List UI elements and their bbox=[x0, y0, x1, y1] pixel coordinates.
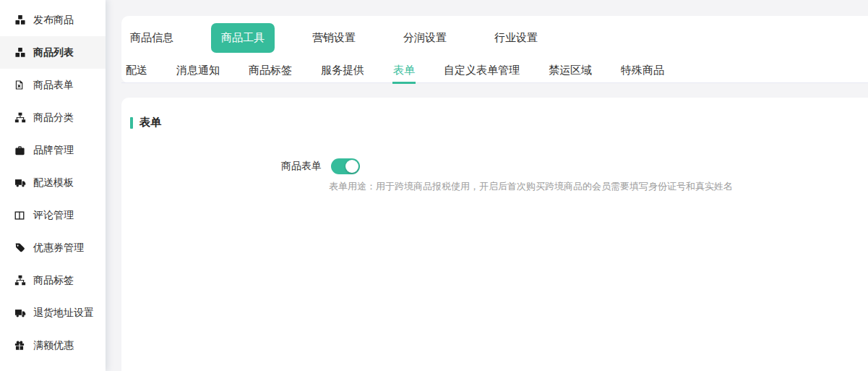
primary-tab-label: 商品信息 bbox=[130, 31, 173, 43]
file-excel-icon bbox=[14, 80, 27, 91]
sidebar-item-coupon-management[interactable]: 优惠券管理 bbox=[0, 231, 106, 264]
secondary-tab-service-provide[interactable]: 服务提供 bbox=[320, 59, 365, 84]
sidebar-item-brand-management[interactable]: 品牌管理 bbox=[0, 134, 106, 166]
section-title: 表单 bbox=[139, 116, 161, 129]
truck-icon bbox=[14, 177, 27, 189]
sidebar-item-label: 优惠券管理 bbox=[33, 242, 84, 255]
gift-icon bbox=[14, 340, 27, 351]
primary-tab-label: 商品工具 bbox=[221, 31, 265, 43]
product-form-row: 商品表单 bbox=[121, 158, 868, 174]
secondary-tab-label: 配送 bbox=[126, 64, 147, 76]
sidebar-item-publish-product[interactable]: 发布商品 bbox=[0, 4, 106, 36]
sidebar-item-label: 退货地址设置 bbox=[33, 307, 94, 320]
primary-tab-product-info[interactable]: 商品信息 bbox=[130, 31, 173, 45]
sidebar-item-label: 商品分类 bbox=[33, 111, 74, 124]
cubes-icon bbox=[14, 47, 27, 59]
sidebar: 发布商品 商品列表 商品表单 商品分类 品牌管理 配送模板 评论管理 优惠券管理… bbox=[0, 0, 106, 371]
secondary-tab-delivery[interactable]: 配送 bbox=[125, 59, 148, 84]
primary-tab-bar: 商品信息 商品工具 营销设置 分润设置 行业设置 bbox=[121, 16, 868, 59]
sidebar-item-label: 商品表单 bbox=[33, 79, 74, 92]
sidebar-item-full-discount[interactable]: 满额优惠 bbox=[0, 329, 106, 362]
secondary-tab-special-goods[interactable]: 特殊商品 bbox=[620, 59, 665, 84]
secondary-tab-label: 服务提供 bbox=[321, 64, 364, 76]
sidebar-item-shipping-template[interactable]: 配送模板 bbox=[0, 166, 106, 199]
toggle-knob bbox=[345, 160, 358, 173]
sidebar-item-return-address[interactable]: 退货地址设置 bbox=[0, 297, 106, 329]
sidebar-item-product-tags[interactable]: 商品标签 bbox=[0, 264, 106, 297]
secondary-tab-label: 商品标签 bbox=[249, 64, 292, 76]
tabs-card: 商品信息 商品工具 营销设置 分润设置 行业设置 配送 消息通知 商品标签 服务… bbox=[121, 16, 868, 83]
primary-tab-label: 分润设置 bbox=[403, 31, 447, 43]
tag-icon bbox=[14, 242, 27, 254]
secondary-tab-label: 特殊商品 bbox=[621, 64, 664, 76]
section-header: 表单 bbox=[130, 116, 868, 129]
section-accent-bar bbox=[130, 117, 133, 129]
product-form-toggle[interactable] bbox=[331, 158, 360, 174]
sidebar-item-product-list[interactable]: 商品列表 bbox=[0, 36, 106, 69]
content-card: 表单 商品表单 表单用途：用于跨境商品报税使用，开启后首次购买跨境商品的会员需要… bbox=[121, 98, 868, 371]
sidebar-item-label: 商品列表 bbox=[33, 46, 74, 59]
sidebar-item-review-management[interactable]: 评论管理 bbox=[0, 199, 106, 231]
briefcase-icon bbox=[14, 145, 27, 156]
sidebar-item-product-form[interactable]: 商品表单 bbox=[0, 69, 106, 101]
product-form-label: 商品表单 bbox=[121, 160, 322, 173]
secondary-tab-label: 表单 bbox=[393, 64, 415, 76]
secondary-tab-label: 自定义表单管理 bbox=[444, 64, 520, 76]
primary-tab-label: 行业设置 bbox=[494, 31, 538, 43]
sitemap-icon bbox=[14, 112, 27, 124]
truck-icon bbox=[14, 307, 27, 319]
sidebar-item-label: 配送模板 bbox=[33, 176, 74, 189]
primary-tab-label: 营销设置 bbox=[312, 31, 356, 43]
secondary-tab-form[interactable]: 表单 bbox=[392, 59, 416, 84]
columns-icon bbox=[14, 210, 27, 221]
sidebar-item-label: 品牌管理 bbox=[33, 144, 74, 157]
primary-tab-industry-settings[interactable]: 行业设置 bbox=[494, 31, 538, 45]
secondary-tab-product-tags[interactable]: 商品标签 bbox=[248, 59, 293, 84]
form-help-text: 表单用途：用于跨境商品报税使用，开启后首次购买跨境商品的会员需要填写身份证号和真… bbox=[329, 180, 868, 193]
sidebar-item-label: 发布商品 bbox=[33, 14, 74, 27]
primary-tab-marketing-settings[interactable]: 营销设置 bbox=[312, 31, 356, 45]
primary-tab-profit-settings[interactable]: 分润设置 bbox=[403, 31, 447, 45]
sidebar-item-label: 满额优惠 bbox=[33, 339, 74, 352]
secondary-tab-label: 消息通知 bbox=[176, 64, 220, 76]
cubes-icon bbox=[14, 14, 27, 26]
sidebar-item-product-category[interactable]: 商品分类 bbox=[0, 101, 106, 134]
secondary-tab-banned-area[interactable]: 禁运区域 bbox=[548, 59, 593, 84]
sitemap-icon bbox=[14, 275, 27, 286]
secondary-tab-message-notice[interactable]: 消息通知 bbox=[176, 59, 220, 84]
sidebar-item-clipped-item[interactable]: 批量操作 bbox=[0, 362, 106, 371]
sidebar-item-label: 评论管理 bbox=[33, 209, 74, 222]
secondary-tab-custom-form-management[interactable]: 自定义表单管理 bbox=[443, 59, 520, 84]
secondary-tab-label: 禁运区域 bbox=[549, 64, 592, 76]
secondary-tab-bar: 配送 消息通知 商品标签 服务提供 表单 自定义表单管理 禁运区域 特殊商品 bbox=[121, 59, 868, 83]
sidebar-item-label: 商品标签 bbox=[33, 274, 74, 287]
primary-tab-product-tools[interactable]: 商品工具 bbox=[211, 23, 275, 53]
